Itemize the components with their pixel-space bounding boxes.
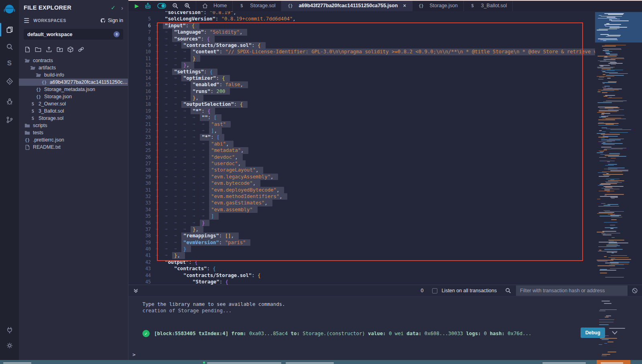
transaction-log-row[interactable]: ✓ [block:5583405 txIndex:4] from: 0xa03.…	[128, 330, 642, 337]
code-line-33[interactable]: →→→→→→"evm.gasEstimates",	[156, 200, 595, 206]
settings-gear-icon[interactable]	[0, 339, 19, 352]
tree-item-artifacts[interactable]: artifacts	[19, 64, 128, 71]
transaction-filter-input[interactable]	[516, 285, 628, 296]
code-line-22[interactable]: →→→→→→],	[156, 127, 595, 134]
hamburger-menu-icon[interactable]: ☰	[24, 17, 29, 24]
code-line-14[interactable]: →→→"optimizer": {	[156, 75, 595, 81]
tree-item-storage-metadata-json[interactable]: {}Storage_metadata.json	[19, 86, 128, 93]
code-line-37[interactable]: →→→→},	[156, 226, 595, 233]
code-line-18[interactable]: →→→"outputSelection": {	[156, 101, 595, 107]
minimap[interactable]	[595, 11, 642, 285]
zoom-out-icon[interactable]	[172, 2, 179, 9]
chevron-right-icon[interactable]: ›	[121, 4, 123, 11]
code-line-11[interactable]: →→→→}	[156, 55, 595, 62]
code-line-21[interactable]: →→→→→→"ast"	[156, 121, 595, 127]
code-line-28[interactable]: →→→→→→"storageLayout",	[156, 167, 595, 173]
terminal-output[interactable]: Type the library name to see available c…	[128, 297, 642, 360]
ai-assistant-icon[interactable]	[144, 2, 152, 10]
code-line-13[interactable]: →→"settings": {	[156, 69, 595, 75]
code-line-24[interactable]: →→→→→→"abi",	[156, 141, 595, 147]
code-line-17[interactable]: →→→→},	[156, 95, 595, 101]
minimap-line	[599, 270, 616, 271]
zoom-in-icon[interactable]	[184, 2, 191, 9]
debugger-icon[interactable]	[0, 95, 19, 108]
code-line-35[interactable]: →→→→→→]	[156, 213, 595, 219]
link-icon[interactable]	[77, 46, 85, 53]
code-line-43[interactable]: "contracts": {	[156, 265, 595, 272]
tab-home[interactable]: Home	[196, 0, 233, 11]
tree-item-readme-txt[interactable]: README.txt	[19, 144, 128, 151]
code-editor[interactable]: 5678910111213141516171819202122232425262…	[128, 11, 642, 285]
upload-folder-icon[interactable]	[56, 46, 63, 53]
code-line-39[interactable]: →→→"evmVersion": "paris"	[156, 239, 595, 246]
tab-3-ballot-sol[interactable]: S3_Ballot.sol	[463, 0, 513, 11]
code-line-30[interactable]: →→→→→→"evm.bytecode",	[156, 180, 595, 186]
run-script-icon[interactable]: ▶	[135, 3, 139, 9]
code-line-25[interactable]: →→→→→→"metadata",	[156, 147, 595, 154]
debug-button[interactable]: Debug	[581, 328, 605, 338]
tree-item-scripts[interactable]: scripts	[19, 122, 128, 129]
search-icon[interactable]	[0, 40, 19, 54]
code-line-26[interactable]: →→→→→→"devdoc",	[156, 154, 595, 160]
plugin-manager-icon[interactable]	[0, 323, 19, 337]
terminal-search-icon[interactable]	[505, 287, 511, 294]
code-line-10[interactable]: →→→→"content": "// SPDX-License-Identifi…	[156, 49, 595, 55]
code-line-5[interactable]: "solcLongVersion": "0.8.19+commit.7dd6d4…	[156, 16, 595, 22]
clear-console-icon[interactable]	[632, 287, 638, 294]
code-line-32[interactable]: →→→→→→"evm.methodIdentifiers",	[156, 193, 595, 200]
remix-logo-icon[interactable]	[2, 2, 17, 18]
code-line-20[interactable]: →→→→→"": [	[156, 114, 595, 121]
tree-item-storage-json[interactable]: {}Storage.json	[19, 93, 128, 100]
code-line-31[interactable]: →→→→→→"evm.deployedBytecode",	[156, 187, 595, 193]
tab-a69b43f277ba20fcac141151250ca755-json[interactable]: {}a69b43f277ba20fcac141151250ca755.json×	[281, 0, 412, 11]
code-line-23[interactable]: →→→→→"*": [	[156, 134, 595, 140]
deploy-run-icon[interactable]	[0, 75, 19, 88]
tree-item-a69b43f277ba20fcac141151250ca7-[interactable]: {}a69b43f277ba20fcac141151250ca7...	[19, 79, 128, 86]
listen-all-transactions-checkbox[interactable]	[432, 288, 437, 293]
code-line-38[interactable]: →→→"remappings": [],	[156, 233, 595, 239]
code-line-6[interactable]: →"input": {	[156, 22, 595, 29]
code-line-45[interactable]: "Storage": {	[156, 279, 595, 285]
git-icon[interactable]	[0, 113, 19, 127]
code-line-4[interactable]: "solcVersion": "0.8.19",	[156, 11, 595, 16]
toggle-switch-icon[interactable]	[157, 2, 167, 9]
code-line-8[interactable]: →→"sources": {	[156, 36, 595, 42]
expand-transaction-chevron[interactable]	[612, 329, 618, 336]
code-line-36[interactable]: →→→→→}	[156, 220, 595, 226]
code-line-42[interactable]: "output": {	[156, 259, 595, 265]
tree-item-storage-sol[interactable]: SStorage.sol	[19, 115, 128, 122]
tab-storage-sol[interactable]: SStorage.sol	[232, 0, 281, 11]
tree-item-tests[interactable]: tests	[19, 129, 128, 136]
collapse-terminal-icon[interactable]	[133, 289, 138, 293]
close-tab-icon[interactable]: ×	[403, 2, 406, 9]
terminal-prompt[interactable]: >	[132, 352, 136, 358]
code-line-12[interactable]: →→→},	[156, 62, 595, 68]
code-line-34[interactable]: →→→→→→"evm.assembly"	[156, 206, 595, 213]
tab-storage-json[interactable]: {}Storage.json	[412, 0, 464, 11]
workspace-select[interactable]: default_workspace	[24, 29, 123, 40]
tree-item-3-ballot-sol[interactable]: S3_Ballot.sol	[19, 107, 128, 115]
code-line-41[interactable]: →→},	[156, 252, 595, 259]
cube-icon[interactable]	[67, 46, 74, 53]
tree-item--prettierrc-json[interactable]: {}.prettierrc.json	[19, 136, 128, 144]
upload-file-icon[interactable]	[45, 46, 53, 53]
tree-item-build-info[interactable]: build-info	[19, 71, 128, 79]
solidity-compiler-icon[interactable]: S	[0, 57, 19, 70]
code-line-15[interactable]: →→→→"enabled": false,	[156, 81, 595, 88]
code-content[interactable]: "solcVersion": "0.8.19","solcLongVersion…	[156, 11, 595, 285]
new-folder-icon[interactable]	[35, 46, 42, 53]
tree-item-contracts[interactable]: contracts	[19, 57, 128, 64]
code-line-27[interactable]: →→→→→→"userdoc",	[156, 160, 595, 167]
code-line-7[interactable]: →→"language": "Solidity",	[156, 29, 595, 35]
code-line-44[interactable]: "contracts/Storage.sol": {	[156, 272, 595, 279]
minimap-line	[599, 212, 614, 213]
code-line-19[interactable]: →→→→"*": {	[156, 108, 595, 114]
github-sign-in-button[interactable]: Sign in	[100, 18, 123, 23]
code-line-16[interactable]: →→→→"runs": 200	[156, 88, 595, 95]
new-file-icon[interactable]	[24, 46, 31, 53]
code-line-29[interactable]: →→→→→→"evm.legacyAssembly",	[156, 174, 595, 180]
code-line-40[interactable]: →→→}	[156, 246, 595, 252]
file-explorer-icon[interactable]	[0, 23, 19, 36]
code-line-9[interactable]: →→→"contracts/Storage.sol": {	[156, 42, 595, 49]
tree-item-2-owner-sol[interactable]: S2_Owner.sol	[19, 100, 128, 107]
